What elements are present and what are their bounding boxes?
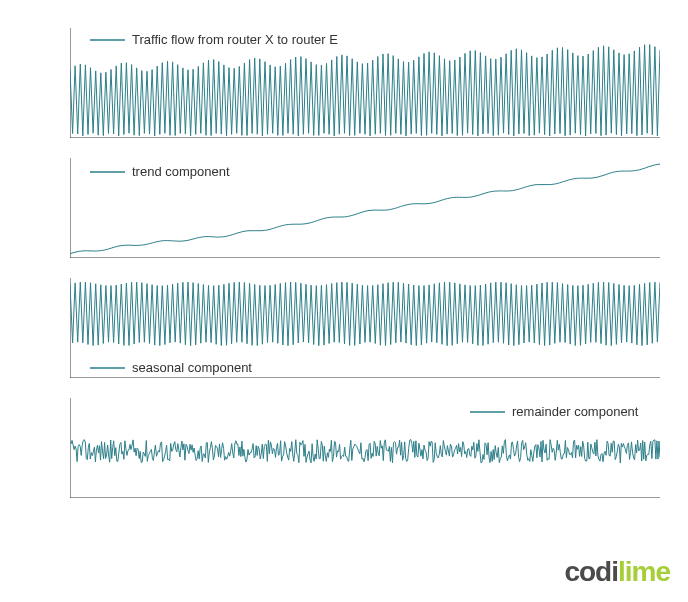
panel-traffic: 0.00.51.01.5 Gbps Traffic flow from rout… [70, 28, 660, 138]
legend-remainder-label: remainder component [512, 404, 639, 419]
panel-remainder: 0.81.01.2 remainder component Jan2023Feb… [70, 398, 660, 498]
panel-seasonal: −0.50.00.5 seasonal component [70, 278, 660, 378]
panel-trend: 0.280.300.32 trend component [70, 158, 660, 258]
logo-part1: codi [564, 556, 618, 587]
logo-part2: lime [618, 556, 670, 587]
decomposition-figure: 0.00.51.01.5 Gbps Traffic flow from rout… [0, 0, 688, 602]
legend-trend-label: trend component [132, 164, 230, 179]
codilime-logo: codilime [564, 556, 670, 588]
legend-seasonal-label: seasonal component [132, 360, 252, 375]
legend-traffic-label: Traffic flow from router X to router E [132, 32, 338, 47]
